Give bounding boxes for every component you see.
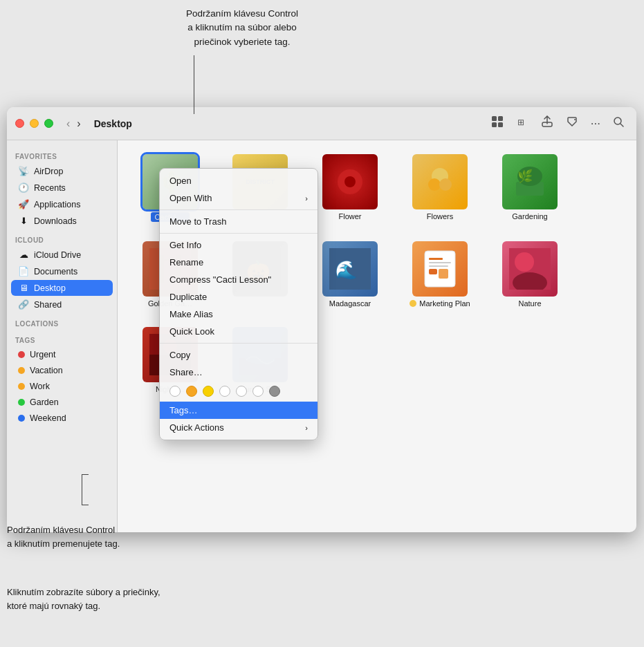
sidebar-item-icloud-drive[interactable]: ☁ iCloud Drive [11, 247, 113, 263]
ctx-compress[interactable]: Compress "Cacti Lesson" [160, 271, 318, 288]
vacation-dot [18, 367, 25, 374]
ctx-duplicate[interactable]: Duplicate [160, 288, 318, 306]
sidebar-item-recents[interactable]: 🕐 Recents [11, 180, 113, 196]
sidebar-item-applications[interactable]: 🚀 Applications [11, 196, 113, 212]
share-button[interactable] [537, 114, 557, 133]
annotation-top: Podržaním klávesu Control a kliknutím na… [145, 7, 339, 49]
sidebar-item-label: Work [30, 382, 50, 391]
ctx-get-info[interactable]: Get Info [160, 236, 318, 254]
file-flowers[interactable]: Flowers [398, 151, 481, 225]
ctx-dot-empty-2[interactable] [236, 386, 247, 397]
flowers-thumb [412, 154, 468, 209]
ctx-dot-empty-1[interactable] [219, 386, 230, 397]
svg-rect-3 [498, 122, 503, 127]
ctx-copy-label: Copy [169, 350, 190, 360]
ctx-share[interactable]: Share… [160, 364, 318, 381]
ctx-dot-orange[interactable] [186, 386, 197, 397]
ctx-rename[interactable]: Rename [160, 254, 318, 271]
annotation-bottom-left: Podržaním klávesu Control a kliknutím pr… [7, 523, 125, 550]
svg-text:🌊: 🌊 [335, 259, 358, 281]
sidebar: Favorites 📡 AirDrop 🕐 Recents 🚀 Applicat… [7, 140, 118, 532]
forward-button[interactable]: › [75, 118, 82, 130]
view-icon-grid[interactable] [488, 114, 507, 133]
marketing-label-row: Marketing Plan [410, 299, 470, 308]
ctx-open-label: Open [169, 176, 192, 186]
ctx-tags[interactable]: Tags… [160, 402, 318, 419]
garden-dot [18, 399, 25, 406]
ctx-copy[interactable]: Copy [160, 346, 318, 364]
svg-rect-0 [492, 116, 497, 121]
sidebar-item-downloads[interactable]: ⬇ Downloads [11, 213, 113, 229]
desktop-icon: 🖥 [18, 283, 29, 293]
ctx-color-dots [160, 381, 318, 402]
sidebar-item-label: Desktop [34, 283, 66, 293]
ctx-quick-look-label: Quick Look [169, 326, 214, 337]
gardening-name: Gardening [512, 212, 547, 221]
fullscreen-button[interactable] [44, 119, 53, 128]
svg-rect-1 [498, 116, 503, 121]
svg-text:🌿: 🌿 [517, 169, 533, 184]
sidebar-item-label: Vacation [30, 366, 63, 375]
sidebar-item-garden[interactable]: Garden [11, 395, 113, 410]
svg-point-33 [515, 252, 534, 272]
flower-thumb [322, 154, 378, 209]
ctx-dot-empty-3[interactable] [252, 386, 264, 397]
sidebar-item-weekend[interactable]: Weekend [11, 411, 113, 426]
traffic-lights [15, 119, 53, 128]
tag-button[interactable] [562, 114, 582, 133]
ctx-dot-yellow[interactable] [203, 386, 214, 397]
sidebar-item-label: Shared [34, 300, 62, 310]
ctx-open-with[interactable]: Open With › [160, 189, 318, 207]
file-flower[interactable]: Flower [309, 151, 392, 225]
sidebar-item-documents[interactable]: 📄 Documents [11, 263, 113, 279]
file-nature[interactable]: Nature [488, 238, 571, 310]
sidebar-item-work[interactable]: Work [11, 379, 113, 394]
ctx-dot-none[interactable] [169, 386, 181, 397]
back-button[interactable]: ‹ [64, 118, 72, 130]
ctx-quick-actions[interactable]: Quick Actions › [160, 419, 318, 436]
chevron-right-icon-2: › [305, 424, 308, 432]
sidebar-item-label: iCloud Drive [34, 250, 81, 260]
file-madagascar[interactable]: 🌊 Madagascar [309, 238, 392, 310]
svg-point-6 [574, 119, 576, 120]
svg-line-8 [620, 124, 623, 126]
icloud-label: iCloud [7, 229, 117, 246]
sidebar-item-urgent[interactable]: Urgent [11, 347, 113, 362]
ctx-quick-actions-label: Quick Actions [169, 422, 224, 433]
file-marketing[interactable]: Marketing Plan [398, 238, 481, 310]
svg-point-14 [439, 178, 452, 191]
window-title: Desktop [94, 118, 488, 129]
nature-name: Nature [518, 299, 541, 308]
svg-rect-29 [439, 269, 448, 279]
ctx-make-alias-label: Make Alias [169, 309, 213, 319]
ctx-move-trash[interactable]: Move to Trash [160, 213, 318, 230]
ctx-sep-2 [160, 233, 318, 234]
ctx-open[interactable]: Open [160, 172, 318, 189]
gardening-thumb: 🌿 [502, 154, 558, 209]
finder-window: ‹ › Desktop ⊞ ··· Favorites [7, 107, 636, 532]
bracket-vertical-line [82, 475, 82, 505]
sidebar-item-desktop[interactable]: 🖥 Desktop [11, 280, 113, 296]
view-icon-sort[interactable]: ⊞ [513, 114, 532, 133]
file-gardening[interactable]: 🌿 Gardening [488, 151, 571, 225]
marketing-name: Marketing Plan [419, 299, 470, 308]
minimize-button[interactable] [30, 119, 39, 128]
ctx-make-alias[interactable]: Make Alias [160, 306, 318, 323]
search-button[interactable] [609, 115, 628, 133]
close-button[interactable] [15, 119, 24, 128]
svg-rect-27 [429, 262, 451, 263]
more-button[interactable]: ··· [587, 115, 604, 132]
sidebar-item-vacation[interactable]: Vacation [11, 363, 113, 378]
recents-icon: 🕐 [18, 182, 29, 193]
favorites-label: Favorites [7, 146, 117, 162]
sidebar-item-airdrop[interactable]: 📡 AirDrop [11, 163, 113, 179]
nav-arrows: ‹ › [64, 118, 83, 130]
shared-icon: 🔗 [18, 299, 29, 310]
ctx-dot-gray[interactable] [269, 386, 280, 397]
svg-point-11 [344, 176, 356, 187]
sidebar-item-shared[interactable]: 🔗 Shared [11, 297, 113, 312]
bracket-top-h [82, 474, 89, 475]
ctx-quick-look[interactable]: Quick Look [160, 323, 318, 340]
sidebar-item-label: Weekend [30, 413, 66, 423]
sidebar-item-label: Recents [34, 183, 66, 193]
